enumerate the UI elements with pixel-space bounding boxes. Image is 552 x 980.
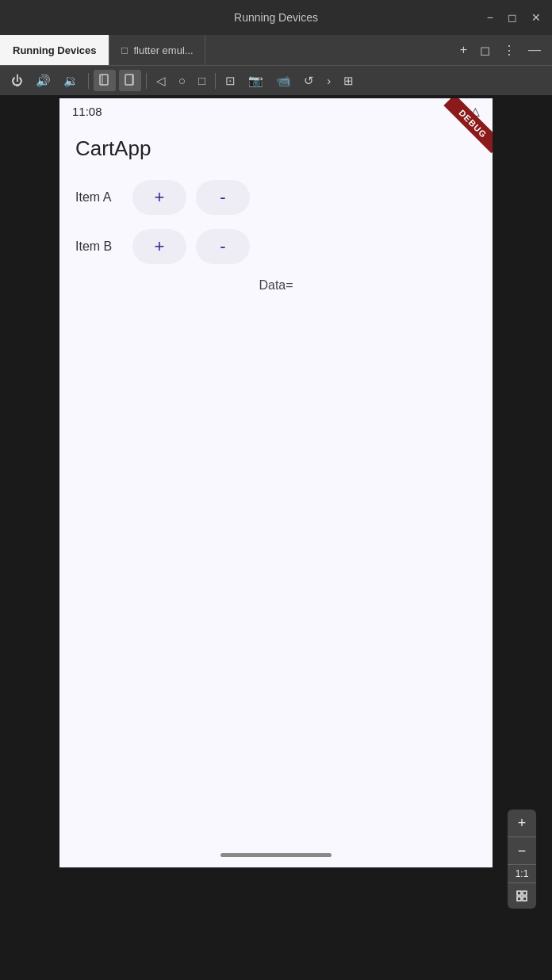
volume-down-button[interactable]: 🔉 [59,71,83,91]
close-button[interactable]: ✕ [528,10,544,25]
toolbar-divider-3 [215,73,216,89]
item-a-minus-button[interactable]: - [196,180,250,215]
rotate-right-button[interactable] [119,70,141,91]
home-button[interactable]: ○ [174,71,190,90]
svg-rect-5 [523,891,527,895]
more-toolbar-button[interactable]: ⊞ [339,71,358,91]
item-a-plus-button[interactable]: + [132,180,186,215]
volume-down-icon: 🔉 [63,74,79,88]
location-icon: ⊡ [225,74,236,88]
rotate-left-icon [98,73,111,88]
window-controls: − ◻ ✕ [484,10,544,25]
item-b-label: Item B [75,239,123,254]
title-bar: Running Devices − ◻ ✕ [0,0,552,35]
item-a-label: Item A [75,190,123,205]
nav-pill [220,853,332,857]
volume-up-icon: 🔊 [36,74,51,88]
cart-item-a: Item A + - [75,180,477,215]
recents-icon: □ [198,74,205,87]
tab-flutter-emulator[interactable]: ◻ flutter emul... [109,35,205,65]
emulator-screen: 11:08 ▲ △ DEBUG CartApp Item A + - Item … [59,98,493,867]
data-output: Data= [75,278,477,293]
forward-button[interactable]: › [322,71,335,90]
app-title: CartApp [75,136,477,161]
refresh-icon: ↺ [304,74,314,88]
toolbar-divider-2 [146,73,147,89]
window-title: Running Devices [234,11,318,24]
toolbar: ⏻ 🔊 🔉 ◁ ○ □ ⊡ 📷 [0,65,552,95]
video-button[interactable]: 📹 [271,71,296,91]
add-tab-button[interactable]: + [455,40,472,60]
home-icon: ○ [178,74,186,87]
svg-rect-0 [100,75,108,85]
item-b-plus-button[interactable]: + [132,229,186,264]
tab-bar: Running Devices ◻ flutter emul... + ◻ ⋮ … [0,35,552,65]
svg-rect-6 [517,897,521,901]
signal-icon: △ [471,105,480,117]
minimize-tab-button[interactable]: — [523,40,546,60]
refresh-button[interactable]: ↺ [299,71,319,91]
camera-icon: 📷 [248,74,263,88]
volume-up-button[interactable]: 🔊 [31,71,56,91]
status-time: 11:08 [72,105,102,118]
wifi-icon: ▲ [457,105,468,117]
rotate-left-button[interactable] [94,70,116,91]
minimize-button[interactable]: − [484,10,496,25]
location-button[interactable]: ⊡ [220,71,240,91]
nav-bar [59,842,493,867]
forward-icon: › [327,74,331,87]
recents-button[interactable]: □ [194,71,210,90]
tab-running-devices[interactable]: Running Devices [0,35,109,65]
restore-button[interactable]: ◻ [504,10,520,25]
toolbar-divider-1 [88,73,89,89]
video-icon: 📹 [276,74,291,88]
tab-active-label: Running Devices [13,44,96,56]
tab-flutter-label: flutter emul... [133,44,193,56]
power-icon: ⏻ [11,74,23,87]
back-icon: ◁ [156,74,166,88]
emulator-container: 11:08 ▲ △ DEBUG CartApp Item A + - Item … [0,95,552,980]
svg-rect-7 [523,897,527,901]
square-tab-button[interactable]: ◻ [475,40,495,61]
tab-flutter-icon: ◻ [121,44,128,56]
rotate-right-icon [124,73,136,88]
zoom-in-button[interactable]: + [508,810,536,836]
status-icons: ▲ △ [457,105,480,117]
status-bar: 11:08 ▲ △ [59,98,493,124]
camera-button[interactable]: 📷 [243,71,268,91]
power-button[interactable]: ⏻ [6,71,28,90]
cart-item-b: Item B + - [75,229,477,264]
item-b-minus-button[interactable]: - [196,229,250,264]
zoom-fit-button[interactable] [508,883,536,909]
zoom-out-button[interactable]: − [508,837,536,864]
app-content: CartApp Item A + - Item B + - Data= [59,124,493,305]
tab-bar-actions: + ◻ ⋮ — [449,35,552,65]
back-button[interactable]: ◁ [151,71,171,91]
more-toolbar-icon: ⊞ [343,74,354,88]
zoom-level: 1:1 [508,865,536,882]
zoom-controls: + − 1:1 [508,810,536,909]
more-tab-button[interactable]: ⋮ [498,40,520,61]
svg-rect-4 [517,891,521,895]
